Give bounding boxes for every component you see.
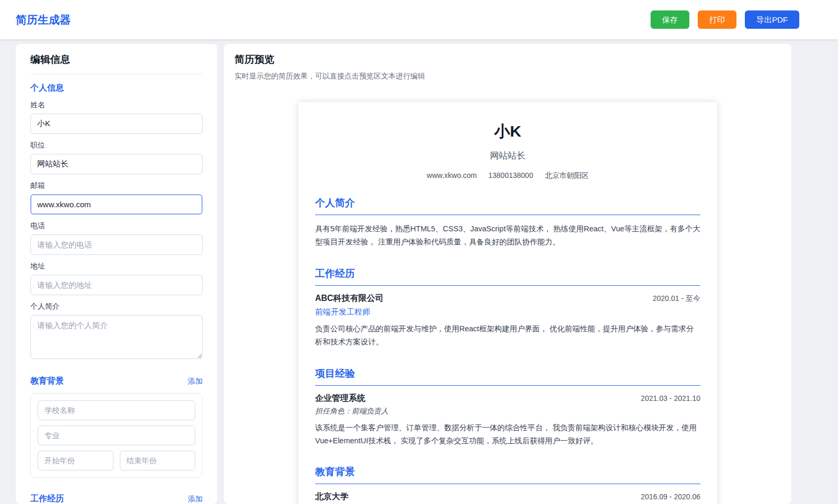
resume-education-heading: 教育背景 xyxy=(315,465,700,484)
resume-contact-phone[interactable]: 13800138000 xyxy=(488,171,533,181)
preview-title: 简历预览 xyxy=(234,53,781,66)
education-date[interactable]: 2016.09 - 2020.06 xyxy=(641,492,700,501)
resume-project-heading: 项目经验 xyxy=(315,367,700,386)
project-item-header: 企业管理系统 2021.03 - 2021.10 xyxy=(315,393,700,404)
resume-job-title[interactable]: 网站站长 xyxy=(315,150,700,162)
personal-info-section-header: 个人信息 xyxy=(30,83,203,94)
address-input[interactable] xyxy=(30,275,203,295)
email-input[interactable] xyxy=(30,194,203,215)
end-year-input[interactable] xyxy=(120,451,196,471)
resume-work-section: 工作经历 ABC科技有限公司 2020.01 - 至今 前端开发工程师 负责公司… xyxy=(315,267,700,349)
project-description[interactable]: 该系统是一个集客户管理、订单管理、数据分析于一体的综合性平台， 我负责前端架构设… xyxy=(315,421,700,448)
add-work-link[interactable]: 添加 xyxy=(188,495,203,504)
save-button[interactable]: 保存 xyxy=(651,10,689,29)
resume-header: 小K 网站站长 www.xkwo.com 13800138000 北京市朝阳区 xyxy=(315,121,700,181)
app-title: 简历生成器 xyxy=(16,13,71,27)
header-actions: 保存 打印 导出PDF xyxy=(651,10,799,29)
summary-label: 个人简介 xyxy=(30,302,203,311)
preview-subtitle: 实时显示您的简历效果，可以直接点击预览区文本进行编辑 xyxy=(234,72,781,81)
project-date[interactable]: 2021.03 - 2021.10 xyxy=(641,394,700,402)
app-header: 简历生成器 保存 打印 导出PDF xyxy=(0,0,838,39)
work-company[interactable]: ABC科技有限公司 xyxy=(315,293,384,304)
print-button[interactable]: 打印 xyxy=(698,10,736,29)
resume-summary-heading: 个人简介 xyxy=(315,196,700,215)
work-date[interactable]: 2020.01 - 至今 xyxy=(653,294,700,304)
phone-label: 电话 xyxy=(30,221,203,231)
resume-work-heading: 工作经历 xyxy=(315,267,700,286)
editor-panel-title: 编辑信息 xyxy=(30,53,203,74)
start-year-input[interactable] xyxy=(38,451,114,471)
preview-panel: 简历预览 实时显示您的简历效果，可以直接点击预览区文本进行编辑 小K 网站站长 … xyxy=(224,44,791,504)
position-input[interactable] xyxy=(30,154,203,174)
project-role[interactable]: 担任角色：前端负责人 xyxy=(315,407,700,416)
resume-summary-section: 个人简介 具有5年前端开发经验，熟悉HTML5、CSS3、JavaScript等… xyxy=(315,196,700,249)
resume-project-section: 项目经验 企业管理系统 2021.03 - 2021.10 担任角色：前端负责人… xyxy=(315,367,700,448)
resume-contact-website[interactable]: www.xkwo.com xyxy=(427,171,477,181)
position-label: 职位 xyxy=(30,141,203,150)
project-name[interactable]: 企业管理系统 xyxy=(315,393,365,404)
resume-contact-address[interactable]: 北京市朝阳区 xyxy=(545,171,589,181)
education-entry-group xyxy=(30,393,203,478)
resume-summary-text[interactable]: 具有5年前端开发经验，熟悉HTML5、CSS3、JavaScript等前端技术，… xyxy=(315,222,700,249)
main-content: 编辑信息 个人信息 姓名 职位 邮箱 电话 地址 个人简介 教育背景 添加 xyxy=(0,39,838,504)
resume-contacts: www.xkwo.com 13800138000 北京市朝阳区 xyxy=(315,171,700,181)
education-school[interactable]: 北京大学 xyxy=(315,491,349,502)
add-education-link[interactable]: 添加 xyxy=(188,377,203,386)
name-label: 姓名 xyxy=(30,100,203,110)
personal-info-title: 个人信息 xyxy=(30,83,64,94)
work-item-header: ABC科技有限公司 2020.01 - 至今 xyxy=(315,293,700,304)
phone-input[interactable] xyxy=(30,234,203,255)
school-name-input[interactable] xyxy=(38,400,195,420)
work-section-header: 工作经历 添加 xyxy=(30,494,203,504)
work-section-title: 工作经历 xyxy=(30,494,64,504)
resume-card: 小K 网站站长 www.xkwo.com 13800138000 北京市朝阳区 … xyxy=(298,102,717,504)
name-input[interactable] xyxy=(30,114,203,134)
education-section-header: 教育背景 添加 xyxy=(30,376,203,387)
work-description[interactable]: 负责公司核心产品的前端开发与维护，使用React框架构建用户界面， 优化前端性能… xyxy=(315,322,700,349)
summary-textarea[interactable] xyxy=(30,315,203,359)
work-role[interactable]: 前端开发工程师 xyxy=(315,307,700,317)
address-label: 地址 xyxy=(30,262,203,271)
major-input[interactable] xyxy=(38,425,195,445)
education-section-title: 教育背景 xyxy=(30,376,64,387)
education-item-header: 北京大学 2016.09 - 2020.06 xyxy=(315,491,700,502)
resume-education-section: 教育背景 北京大学 2016.09 - 2020.06 计算机科学与技术 - 本… xyxy=(315,465,700,504)
education-year-row xyxy=(38,451,195,471)
editor-panel: 编辑信息 个人信息 姓名 职位 邮箱 电话 地址 个人简介 教育背景 添加 xyxy=(16,44,217,504)
export-pdf-button[interactable]: 导出PDF xyxy=(745,10,799,29)
resume-name[interactable]: 小K xyxy=(315,121,700,142)
email-label: 邮箱 xyxy=(30,181,203,191)
